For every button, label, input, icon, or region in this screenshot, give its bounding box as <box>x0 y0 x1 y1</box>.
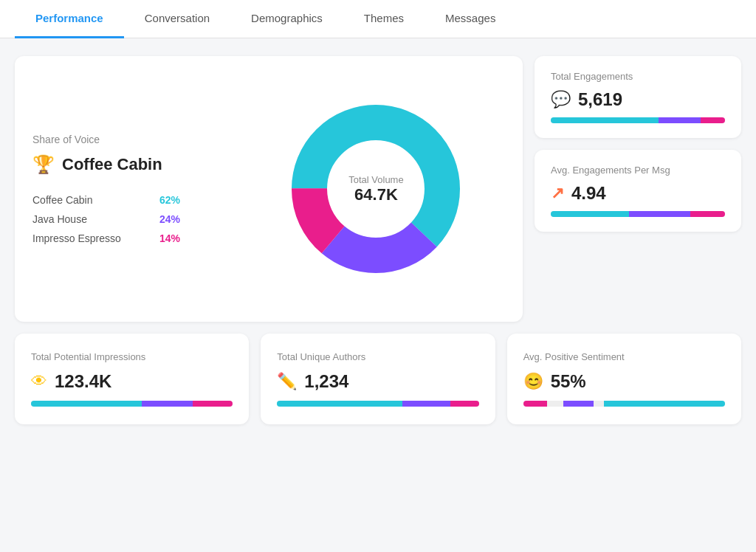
smile-icon: 😊 <box>523 372 543 391</box>
total-engagements-value-row: 💬 5,619 <box>551 89 725 110</box>
bar-seg-purple <box>659 117 701 123</box>
sov-winner: Coffee Cabin <box>62 155 162 174</box>
donut-center-label: Total Volume <box>348 174 403 185</box>
total-engagements-card: Total Engagements 💬 5,619 <box>535 56 741 138</box>
total-engagements-value: 5,619 <box>578 89 622 110</box>
bar-seg-teal <box>277 401 402 407</box>
legend-pct-0: 62% <box>159 194 180 206</box>
avg-engagements-value: 4.94 <box>571 183 606 204</box>
sov-title: 🏆 Coffee Cabin <box>32 154 247 175</box>
donut-center-value: 64.7K <box>348 185 403 204</box>
legend-name-2: Impresso Espresso <box>32 232 121 244</box>
eye-icon: 👁 <box>31 372 47 391</box>
list-item: Java House 24% <box>32 213 180 225</box>
total-engagements-bar <box>551 117 725 123</box>
bottom-row: Total Potential Impressions 👁 123.4K Tot… <box>15 334 741 424</box>
sov-left: Share of Voice 🏆 Coffee Cabin Coffee Cab… <box>32 134 247 244</box>
sov-legend: Coffee Cabin 62% Java House 24% Impresso… <box>32 194 247 244</box>
avg-engagements-bar <box>551 211 725 217</box>
impressions-value: 123.4K <box>55 371 111 392</box>
legend-name-0: Coffee Cabin <box>32 194 92 206</box>
authors-card: Total Unique Authors ✏️ 1,234 <box>261 334 495 424</box>
impressions-value-row: 👁 123.4K <box>31 371 233 392</box>
tab-performance[interactable]: Performance <box>15 0 124 38</box>
tab-messages[interactable]: Messages <box>425 0 516 38</box>
trophy-icon: 🏆 <box>32 154 55 175</box>
chat-icon: 💬 <box>551 90 571 109</box>
bar-seg-purple <box>629 211 690 217</box>
authors-title: Total Unique Authors <box>277 351 478 362</box>
sentiment-value: 55% <box>551 371 586 392</box>
bar-seg-gap <box>547 401 563 407</box>
impressions-title: Total Potential Impressions <box>31 351 233 362</box>
pencil-icon: ✏️ <box>277 372 297 391</box>
list-item: Coffee Cabin 62% <box>32 194 180 206</box>
bar-seg-purple <box>563 401 594 407</box>
main-content: Share of Voice 🏆 Coffee Cabin Coffee Cab… <box>0 38 756 442</box>
bar-seg-purple <box>402 401 451 407</box>
bar-seg-pink <box>450 401 478 407</box>
legend-pct-2: 14% <box>159 232 180 244</box>
impressions-card: Total Potential Impressions 👁 123.4K <box>15 334 249 424</box>
tab-demographics[interactable]: Demographics <box>230 0 343 38</box>
tab-conversation[interactable]: Conversation <box>124 0 230 38</box>
authors-bar <box>277 401 478 407</box>
bar-seg-purple <box>142 401 192 407</box>
bar-seg-pink <box>193 401 233 407</box>
bar-seg-teal <box>551 117 659 123</box>
tab-themes[interactable]: Themes <box>343 0 425 38</box>
total-engagements-title: Total Engagements <box>551 71 725 82</box>
share-of-voice-card: Share of Voice 🏆 Coffee Cabin Coffee Cab… <box>15 56 523 322</box>
avg-engagements-value-row: ↗ 4.94 <box>551 183 725 204</box>
legend-pct-1: 24% <box>159 213 180 225</box>
sentiment-title: Avg. Positive Sentiment <box>523 351 725 362</box>
top-row: Share of Voice 🏆 Coffee Cabin Coffee Cab… <box>15 56 741 322</box>
donut-center: Total Volume 64.7K <box>348 174 403 204</box>
right-cards: Total Engagements 💬 5,619 Avg. Engagemen… <box>535 56 741 322</box>
donut-chart: Total Volume 64.7K <box>247 93 505 285</box>
avg-engagements-title: Avg. Engagements Per Msg <box>551 165 725 176</box>
bar-seg-gap2 <box>594 401 604 407</box>
authors-value: 1,234 <box>304 371 348 392</box>
bar-seg-teal <box>604 401 725 407</box>
bar-seg-teal <box>31 401 142 407</box>
sentiment-value-row: 😊 55% <box>523 371 725 392</box>
bar-seg-teal <box>551 211 629 217</box>
bar-seg-red <box>523 401 548 407</box>
sentiment-card: Avg. Positive Sentiment 😊 55% <box>507 334 741 424</box>
bar-seg-pink <box>690 211 725 217</box>
avg-engagements-card: Avg. Engagements Per Msg ↗ 4.94 <box>535 150 741 232</box>
bar-seg-pink <box>701 117 725 123</box>
impressions-bar <box>31 401 233 407</box>
nav-tabs: Performance Conversation Demographics Th… <box>0 0 756 38</box>
authors-value-row: ✏️ 1,234 <box>277 371 478 392</box>
legend-name-1: Java House <box>32 213 87 225</box>
donut-container: Total Volume 64.7K <box>280 93 472 285</box>
sov-label: Share of Voice <box>32 134 247 145</box>
list-item: Impresso Espresso 14% <box>32 232 180 244</box>
sentiment-bar <box>523 401 725 407</box>
arrow-icon: ↗ <box>551 184 564 203</box>
